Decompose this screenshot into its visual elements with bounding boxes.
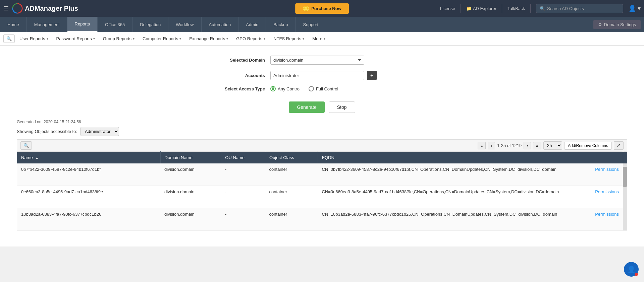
action-buttons: Generate Stop (13, 101, 631, 113)
search-box: 🔍 (536, 4, 623, 13)
folder-icon: 📁 (466, 6, 472, 11)
password-reports-label: Password Reports (56, 36, 92, 41)
sub-nav-search-btn[interactable]: 🔍 (3, 34, 15, 43)
domain-settings-button[interactable]: ⚙ Domain Settings (593, 20, 641, 29)
logo-text: ADManager Plus (25, 5, 78, 12)
nav-item-office365[interactable]: Office 365 (98, 17, 132, 32)
prev-page-button[interactable]: ‹ (488, 142, 495, 149)
chevron-down-icon: ▾ (324, 37, 325, 41)
stop-button[interactable]: Stop (329, 101, 355, 113)
permissions-link-0[interactable]: Permissions (595, 167, 619, 172)
col-name[interactable]: Name ▲ (17, 152, 161, 164)
cell-domain-0: division.domain (160, 163, 221, 186)
add-accounts-button[interactable]: + (367, 71, 377, 80)
domain-select[interactable]: division.domain (270, 56, 364, 65)
sub-nav-ntfs-reports[interactable]: NTFS Reports ▾ (270, 34, 308, 43)
nav-item-support[interactable]: Support (296, 17, 326, 32)
user-menu-button[interactable]: 👤 ▾ (629, 5, 641, 12)
col-domain-name[interactable]: Domain Name (160, 152, 221, 164)
table-row: 0b7fb422-3609-4587-8c2e-94b10f67d1bf div… (17, 163, 627, 186)
add-remove-columns-button[interactable]: Add/Remove Columns (564, 142, 612, 150)
search-icon: 🔍 (23, 143, 29, 148)
col-ou-label: OU Name (225, 155, 245, 160)
col-ou-name[interactable]: OU Name (221, 152, 265, 164)
accounts-row: Accounts + (205, 71, 439, 80)
separator-3 (530, 4, 531, 13)
next-page-button[interactable]: › (524, 142, 531, 149)
domain-control: division.domain (270, 56, 364, 65)
gpo-reports-label: GPO Reports (236, 36, 262, 41)
generate-button[interactable]: Generate (289, 101, 324, 113)
ad-explorer-link[interactable]: 📁 AD Explorer (466, 6, 496, 11)
chevron-down-icon: ▾ (47, 37, 48, 41)
nav-item-reports[interactable]: Reports (67, 17, 98, 32)
sub-nav-user-reports[interactable]: User Reports ▾ (16, 34, 52, 43)
full-control-radio[interactable]: Full Control (309, 86, 338, 91)
col-actions (623, 152, 627, 164)
hamburger-menu[interactable]: ☰ (3, 5, 9, 12)
exchange-reports-label: Exchange Reports (189, 36, 225, 41)
nav-item-home[interactable]: Home (0, 17, 27, 32)
scrollbar-track[interactable] (623, 163, 627, 230)
search-icon: 🔍 (540, 6, 545, 11)
sub-nav-computer-reports[interactable]: Computer Reports ▾ (139, 34, 184, 43)
sub-nav-exchange-reports[interactable]: Exchange Reports ▾ (186, 34, 231, 43)
sub-nav-group-reports[interactable]: Group Reports ▾ (100, 34, 138, 43)
cell-class-2: container (265, 208, 318, 230)
sub-nav-gpo-reports[interactable]: GPO Reports ▾ (233, 34, 269, 43)
page-size-select[interactable]: 25 50 100 (543, 141, 562, 150)
ntfs-reports-label: NTFS Reports (273, 36, 301, 41)
first-page-button[interactable]: « (478, 142, 486, 149)
cell-fqdn-2: CN=10b3ad2a-6883-4fa7-90fc-6377cbdc1b26,… (318, 208, 623, 230)
nav-item-management[interactable]: Management (27, 17, 67, 32)
sub-nav-password-reports[interactable]: Password Reports ▾ (53, 34, 98, 43)
expand-button[interactable]: ⤢ (614, 141, 624, 150)
cell-ou-2: - (221, 208, 265, 230)
chevron-down-icon: ▾ (179, 37, 181, 41)
user-reports-label: User Reports (19, 36, 45, 41)
chevron-down-icon: ▾ (133, 37, 135, 41)
access-type-control: Any Control Full Control (270, 86, 338, 91)
domain-settings-wrap: ⚙ Domain Settings (593, 17, 644, 32)
table-row: 10b3ad2a-6883-4fa7-90fc-6377cbdc1b26 div… (17, 208, 627, 230)
group-reports-label: Group Reports (103, 36, 131, 41)
cell-domain-2: division.domain (160, 208, 221, 230)
gear-icon: ⚙ (598, 22, 602, 27)
permissions-link-1[interactable]: Permissions (595, 189, 619, 194)
col-fqdn[interactable]: FQDN (318, 152, 623, 164)
table-row: 0e660ea3-8a5e-4495-9ad7-ca1bd4638f9e div… (17, 186, 627, 208)
table-search-button[interactable]: 🔍 (20, 141, 32, 150)
data-table: Name ▲ Domain Name OU Name Object Class … (17, 151, 627, 231)
sub-nav-more[interactable]: More ▾ (309, 34, 329, 43)
license-link[interactable]: License (440, 6, 455, 11)
ad-explorer-label: AD Explorer (473, 6, 496, 11)
talkback-link[interactable]: TalkBack (507, 6, 525, 11)
showing-select[interactable]: Administrator (80, 127, 119, 136)
more-label: More (312, 36, 322, 41)
search-small-icon: 🔍 (6, 36, 12, 41)
purchase-label: Purchase Now (311, 6, 341, 11)
purchase-button[interactable]: 🪙 Purchase Now (295, 3, 349, 14)
nav-item-backup[interactable]: Backup (266, 17, 296, 32)
domain-row: Selected Domain division.domain (205, 56, 439, 65)
nav-item-automation[interactable]: Automation (202, 17, 239, 32)
scrollbar-thumb (623, 167, 627, 187)
col-fqdn-label: FQDN (322, 155, 334, 160)
nav-item-admin[interactable]: Admin (238, 17, 266, 32)
domain-settings-label: Domain Settings (604, 22, 636, 27)
toolbar-right: « ‹ 1-25 of 1219 › » 25 50 100 Add/Remov… (478, 141, 624, 150)
logo: ADManager Plus (12, 3, 78, 14)
top-bar: ☰ ADManager Plus 🪙 Purchase Now License … (0, 0, 644, 17)
access-type-row: Select Access Type Any Control Full Cont… (205, 86, 439, 91)
nav-item-delegation[interactable]: Delegation (132, 17, 168, 32)
showing-label: Showing Objects accessible to: (17, 129, 77, 134)
search-input[interactable] (547, 6, 620, 11)
main-content: Selected Domain division.domain Accounts… (0, 46, 644, 246)
last-page-button[interactable]: » (533, 142, 541, 149)
col-object-class[interactable]: Object Class (265, 152, 318, 164)
accounts-input[interactable] (270, 71, 364, 80)
any-control-radio[interactable]: Any Control (270, 86, 301, 91)
report-form: Selected Domain division.domain Accounts… (205, 56, 439, 91)
permissions-link-2[interactable]: Permissions (595, 212, 619, 217)
nav-item-workflow[interactable]: Workflow (168, 17, 201, 32)
